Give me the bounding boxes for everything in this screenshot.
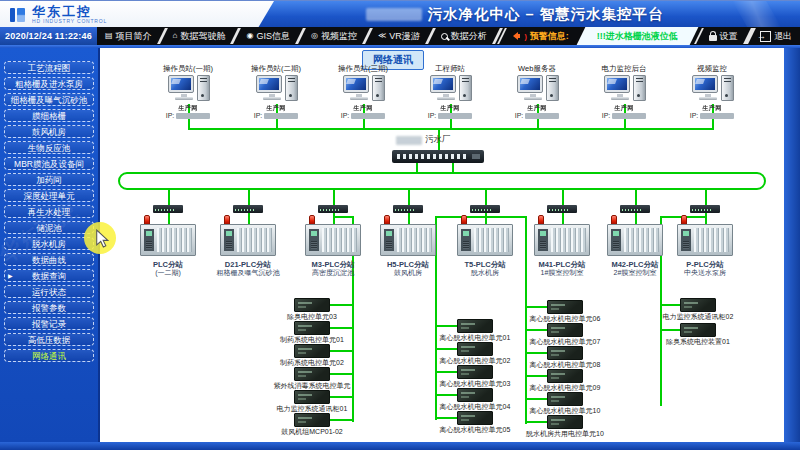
sidebar-item-12[interactable]: 数据曲线: [4, 253, 94, 266]
logo-subtitle: HD INDUSTRY CONTROL: [32, 19, 107, 24]
menu-item-label: VR漫游: [389, 30, 420, 43]
sidebar-item-17[interactable]: 高低压数据: [4, 333, 94, 346]
device-box[interactable]: [457, 388, 493, 402]
plc-rack-icon-5[interactable]: [534, 224, 590, 256]
ip-address-row: IP:: [143, 112, 233, 120]
ip-label: IP:: [428, 112, 437, 119]
sidebar-item-18[interactable]: 网络通讯: [4, 349, 94, 362]
ip-address-row: IP:: [405, 112, 495, 120]
menu-item-2[interactable]: ◉GIS信息: [238, 27, 298, 45]
plc-cpu-module: [144, 229, 154, 251]
menu-item-5[interactable]: 数据分析: [433, 27, 495, 45]
settings-button[interactable]: 设置: [701, 27, 746, 45]
workstation-4[interactable]: Web服务器生产网IP:: [492, 64, 582, 120]
device-box[interactable]: [294, 344, 330, 358]
device-box[interactable]: [457, 365, 493, 379]
network-type-label: 生产网: [492, 105, 582, 112]
device-box[interactable]: [294, 413, 330, 427]
workstation-icon: [254, 75, 298, 101]
plc-cpu-module: [611, 229, 621, 251]
menu-item-4[interactable]: ≪VR漫游: [370, 27, 428, 45]
network-line: [525, 306, 547, 308]
device-box[interactable]: [294, 367, 330, 381]
network-line: [408, 188, 410, 206]
menu-item-3[interactable]: ◎视频监控: [303, 27, 365, 45]
sidebar-item-label: 膜细格栅: [32, 111, 66, 121]
device-label: 制药系统电控单元02: [252, 359, 372, 367]
core-switch-icon[interactable]: [392, 150, 484, 163]
plc-rack-icon-0[interactable]: [140, 224, 196, 256]
device-label: 紫外线消毒系统电控单元: [252, 382, 372, 390]
workstation-2[interactable]: 操作员站(三期)生产网IP:: [318, 64, 408, 120]
network-line: [435, 348, 457, 350]
workstation-label: 工程师站: [405, 64, 495, 73]
menu-item-1[interactable]: ⌂数据驾驶舱: [165, 27, 234, 45]
sidebar-item-0[interactable]: 工艺流程图: [4, 61, 94, 74]
sidebar-item-label: 报警参数: [32, 303, 66, 313]
sidebar-item-5[interactable]: 生物反应池: [4, 141, 94, 154]
device-label: 离心脱水机电控单元09: [505, 384, 625, 392]
device-box[interactable]: [680, 298, 716, 312]
menu-item-label: 项目简介: [116, 30, 152, 43]
device-box[interactable]: [547, 369, 583, 383]
plc-rack-icon-3[interactable]: [380, 224, 436, 256]
alarm-message-banner[interactable]: !!!进水格栅池液位低: [576, 27, 698, 45]
vr-share-icon: ≪: [378, 32, 386, 40]
sidebar-item-1[interactable]: 粗格栅及进水泵房: [4, 77, 94, 90]
sidebar-item-8[interactable]: 深度处理单元: [4, 189, 94, 202]
network-line: [525, 352, 547, 354]
workstation-0[interactable]: 操作员站(一期)生产网IP:: [143, 64, 233, 120]
workstation-icon: [341, 75, 385, 101]
device-box[interactable]: [294, 390, 330, 404]
device-box[interactable]: [547, 300, 583, 314]
menu-item-0[interactable]: ▤项目简介: [97, 27, 160, 45]
device-box[interactable]: [294, 321, 330, 335]
plc-rack-icon-2[interactable]: [305, 224, 361, 256]
device-box[interactable]: [680, 323, 716, 337]
workstation-5[interactable]: 电力监控后台生产网IP:: [579, 64, 669, 120]
sidebar-item-6[interactable]: MBR膜池及设备间: [4, 157, 94, 170]
sidebar-item-15[interactable]: 报警参数: [4, 301, 94, 314]
redacted-ip-value: [438, 113, 472, 119]
datetime-display: 2020/12/24 11:22:46: [0, 27, 97, 45]
sidebar-item-16[interactable]: 报警记录: [4, 317, 94, 330]
sidebar-item-11[interactable]: 脱水机房: [4, 237, 94, 250]
device-box[interactable]: [547, 392, 583, 406]
device-box[interactable]: [457, 342, 493, 356]
sidebar-item-9[interactable]: 再生水处理: [4, 205, 94, 218]
device-box[interactable]: [457, 319, 493, 333]
device-box[interactable]: [547, 323, 583, 337]
device-box[interactable]: [457, 411, 493, 425]
workstation-6[interactable]: 视频监控生产网IP:: [667, 64, 757, 120]
sidebar-item-label: 储泥池: [36, 223, 62, 233]
plc-rack-icon-4[interactable]: [457, 224, 513, 256]
workstation-1[interactable]: 操作员站(二期)生产网IP:: [231, 64, 321, 120]
sidebar-item-14[interactable]: 运行状态: [4, 285, 94, 298]
workstation-3[interactable]: 工程师站生产网IP:: [405, 64, 495, 120]
network-line: [485, 188, 487, 206]
plc-name-label: D21-PLC分站: [203, 260, 293, 269]
sidebar-item-2[interactable]: 细格栅及曝气沉砂池: [4, 93, 94, 106]
sidebar-item-7[interactable]: 加药间: [4, 173, 94, 186]
plc-io-slots: [322, 228, 357, 252]
device-box[interactable]: [294, 298, 330, 312]
plc-name-label: PLC分站: [123, 260, 213, 269]
plc-location-label: 中央送水泵房: [660, 269, 750, 277]
plc-io-slots: [157, 228, 192, 252]
sidebar-item-10[interactable]: 储泥池: [4, 221, 94, 234]
plc-rack-icon-7[interactable]: [677, 224, 733, 256]
exit-button[interactable]: 退出: [752, 27, 800, 45]
device-box[interactable]: [547, 346, 583, 360]
settings-label: 设置: [720, 30, 738, 43]
device-box[interactable]: [547, 415, 583, 429]
computer-tower-icon: [459, 75, 472, 101]
plc-rack-icon-1[interactable]: [220, 224, 276, 256]
plc-rack-icon-6[interactable]: [607, 224, 663, 256]
alarm-info-button[interactable]: ) 预警信息:: [503, 27, 576, 45]
right-frame-bar: [784, 48, 800, 442]
plc-location-label: 粗格栅及曝气沉砂池: [203, 269, 293, 277]
sidebar-item-13[interactable]: ▶数据查询: [4, 269, 94, 282]
sidebar-item-4[interactable]: 鼓风机房: [4, 125, 94, 138]
sidebar-item-3[interactable]: 膜细格栅: [4, 109, 94, 122]
network-line: [525, 329, 547, 331]
